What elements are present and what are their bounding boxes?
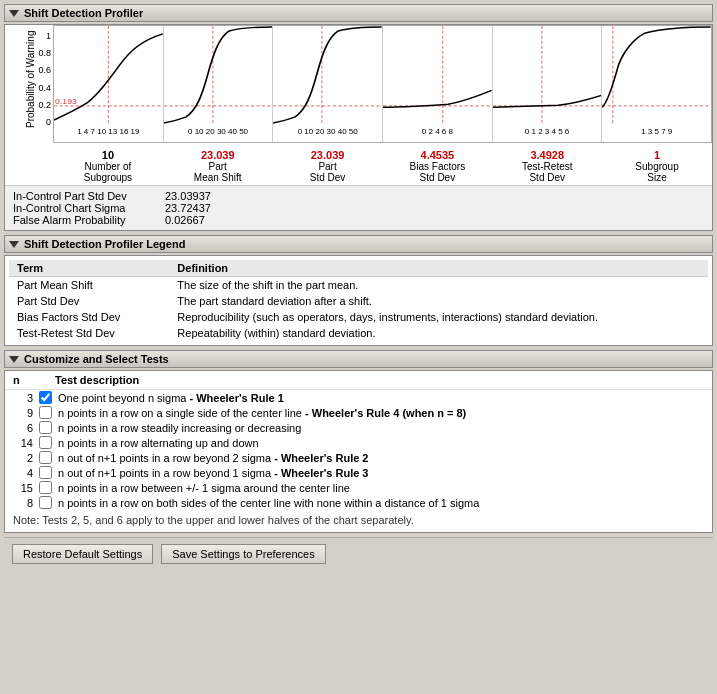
chart-num-subgroups: 0.193: [54, 26, 164, 125]
test-n-3: 14: [13, 437, 33, 449]
test-checkbox-2[interactable]: [39, 421, 52, 434]
x-ticks-5: 0 1 2 3 4 5 6: [493, 125, 603, 142]
test-desc-2: n points in a row steadily increasing or…: [58, 422, 704, 434]
test-row-4: 2 n out of n+1 points in a row beyond 2 …: [5, 450, 712, 465]
chart-test-retest: [493, 26, 603, 125]
test-desc-4: n out of n+1 points in a row beyond 2 si…: [58, 452, 704, 464]
tests-section-header[interactable]: Customize and Select Tests: [4, 350, 713, 368]
test-checkbox-0[interactable]: [39, 391, 52, 404]
test-row-1: 9 n points in a row on a single side of …: [5, 405, 712, 420]
test-checkbox-3[interactable]: [39, 436, 52, 449]
tests-content: n Test description 3 One point beyond n …: [4, 370, 713, 533]
profiler-section-header[interactable]: Shift Detection Profiler: [4, 4, 713, 22]
test-checkbox-1[interactable]: [39, 406, 52, 419]
y-tick-0: 0: [38, 117, 51, 127]
legend-content: Term Definition Part Mean Shift The size…: [4, 255, 713, 346]
label-part-std-dev: 23.039 Part Std Dev: [273, 147, 383, 185]
tests-header-desc: Test description: [55, 374, 139, 386]
x-ticks-3: 0 10 20 30 40 50: [273, 125, 383, 142]
x-ticks-1: 1 4 7 10 13 16 19: [54, 125, 164, 142]
x-ticks-4: 0 2 4 6 8: [383, 125, 493, 142]
tests-header-n: n: [13, 374, 33, 386]
stat-row-2: In-Control Chart Sigma 23.72437: [13, 202, 704, 214]
stat-row-3: False Alarm Probability 0.02667: [13, 214, 704, 226]
legend-row-4: Test-Retest Std Dev Repeatability (withi…: [9, 325, 708, 341]
test-n-7: 8: [13, 497, 33, 509]
y-axis-label: Probability of Warning: [24, 29, 38, 129]
legend-row-3: Bias Factors Std Dev Reproducibility (su…: [9, 309, 708, 325]
label-bias-factors: 4.4535 Bias Factors Std Dev: [382, 147, 492, 185]
y-tick-02: 0.2: [38, 100, 51, 110]
collapse-triangle-icon-3: [9, 356, 19, 363]
test-n-2: 6: [13, 422, 33, 434]
test-row-3: 14 n points in a row alternating up and …: [5, 435, 712, 450]
tests-note: Note: Tests 2, 5, and 6 apply to the upp…: [5, 510, 712, 532]
save-settings-button[interactable]: Save Settings to Preferences: [161, 544, 325, 564]
legend-row-2: Part Std Dev The part standard deviation…: [9, 293, 708, 309]
restore-defaults-button[interactable]: Restore Default Settings: [12, 544, 153, 564]
chart-part-std-dev: [273, 26, 383, 125]
x-ticks-2: 0 10 20 30 40 50: [164, 125, 274, 142]
label-part-mean-shift: 23.039 Part Mean Shift: [163, 147, 273, 185]
test-desc-3: n points in a row alternating up and dow…: [58, 437, 704, 449]
y-tick-1: 1: [38, 31, 51, 41]
test-row-6: 15 n points in a row between +/- 1 sigma…: [5, 480, 712, 495]
chart-part-mean-shift: [164, 26, 274, 125]
label-test-retest: 3.4928 Test-Retest Std Dev: [492, 147, 602, 185]
x-ticks-6: 1 3 5 7 9: [602, 125, 711, 142]
test-row-2: 6 n points in a row steadily increasing …: [5, 420, 712, 435]
legend-section-header[interactable]: Shift Detection Profiler Legend: [4, 235, 713, 253]
test-desc-5: n out of n+1 points in a row beyond 1 si…: [58, 467, 704, 479]
label-subgroup-size: 1 Subgroup Size: [602, 147, 712, 185]
test-checkbox-5[interactable]: [39, 466, 52, 479]
svg-text:0.193: 0.193: [55, 97, 77, 107]
collapse-triangle-icon: [9, 10, 19, 17]
label-num-subgroups: 10 Number of Subgroups: [53, 147, 163, 185]
y-tick-06: 0.6: [38, 65, 51, 75]
legend-title: Shift Detection Profiler Legend: [24, 238, 185, 250]
test-row-5: 4 n out of n+1 points in a row beyond 1 …: [5, 465, 712, 480]
chart-bias-factors: [383, 26, 493, 125]
test-checkbox-4[interactable]: [39, 451, 52, 464]
test-n-4: 2: [13, 452, 33, 464]
stat-row-1: In-Control Part Std Dev 23.03937: [13, 190, 704, 202]
test-desc-0: One point beyond n sigma - Wheeler's Rul…: [58, 392, 704, 404]
legend-col-term: Term: [9, 260, 169, 277]
profiler-title: Shift Detection Profiler: [24, 7, 143, 19]
test-desc-7: n points in a row on both sides of the c…: [58, 497, 704, 509]
profiler-content: Probability of Warning 1 0.8 0.6 0.4 0.2…: [4, 24, 713, 231]
test-row-7: 8 n points in a row on both sides of the…: [5, 495, 712, 510]
test-n-1: 9: [13, 407, 33, 419]
footer: Restore Default Settings Save Settings t…: [4, 537, 713, 570]
test-row-0: 3 One point beyond n sigma - Wheeler's R…: [5, 390, 712, 405]
test-n-0: 3: [13, 392, 33, 404]
legend-col-def: Definition: [169, 260, 708, 277]
tests-title: Customize and Select Tests: [24, 353, 169, 365]
chart-subgroup-size: [602, 26, 711, 125]
collapse-triangle-icon-2: [9, 241, 19, 248]
test-checkbox-7[interactable]: [39, 496, 52, 509]
test-n-6: 15: [13, 482, 33, 494]
test-desc-1: n points in a row on a single side of th…: [58, 407, 704, 419]
test-desc-6: n points in a row between +/- 1 sigma ar…: [58, 482, 704, 494]
y-tick-08: 0.8: [38, 48, 51, 58]
y-tick-04: 0.4: [38, 83, 51, 93]
test-checkbox-6[interactable]: [39, 481, 52, 494]
test-n-5: 4: [13, 467, 33, 479]
legend-row-1: Part Mean Shift The size of the shift in…: [9, 277, 708, 294]
